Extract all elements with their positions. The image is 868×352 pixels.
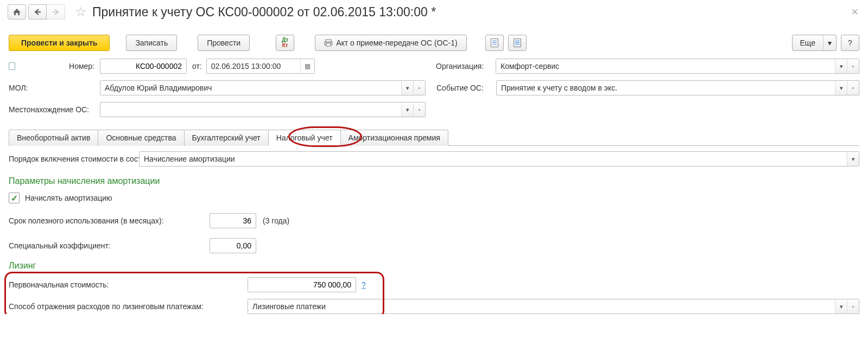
method-combo[interactable]: Лизинговые платежи ▾ ▫ <box>248 299 859 314</box>
main-toolbar: Провести и закрыть Записать Провести ДтК… <box>0 23 868 56</box>
org-combo[interactable]: Комфорт-сервис ▾ ▫ <box>496 59 859 74</box>
calendar-icon[interactable]: ▦ <box>300 59 314 73</box>
document-list-icon <box>514 39 521 47</box>
number-label: Номер: <box>21 62 100 71</box>
initial-cost-label: Первоначальная стоимость: <box>9 280 248 289</box>
open-icon[interactable]: ▫ <box>847 299 859 313</box>
doc-button-2[interactable] <box>508 35 527 51</box>
coeff-input[interactable] <box>210 238 256 253</box>
close-icon[interactable]: × <box>851 5 860 19</box>
event-label: Событие ОС: <box>436 84 496 92</box>
date-field[interactable]: 02.06.2015 13:00:00 ▦ <box>206 59 315 74</box>
dropdown-icon[interactable]: ▾ <box>401 103 413 117</box>
location-label: Местонахождение ОС: <box>9 105 100 114</box>
tab-fixed-assets[interactable]: Основные средства <box>98 130 184 146</box>
open-icon[interactable]: ▫ <box>413 81 425 95</box>
initial-cost-input[interactable] <box>248 277 356 292</box>
dropdown-icon[interactable]: ▾ <box>835 59 847 73</box>
method-label: Способ отражения расходов по лизинговым … <box>9 302 248 311</box>
org-label: Организация: <box>436 62 496 71</box>
location-combo[interactable]: ▾ ▫ <box>100 102 426 117</box>
header-bar: ☆ Принятие к учету ОС КС00-000002 от 02.… <box>0 0 868 23</box>
dropdown-icon[interactable]: ▾ <box>835 81 847 95</box>
dt-kt-button[interactable]: ДтКт <box>276 35 294 51</box>
charge-amort-label: Начислять амортизацию <box>25 194 112 202</box>
favorite-star-icon[interactable]: ☆ <box>75 4 87 20</box>
coeff-label: Специальный коэффициент: <box>9 241 210 250</box>
open-icon[interactable]: ▫ <box>847 81 859 95</box>
from-label: от: <box>187 62 206 71</box>
dropdown-icon[interactable]: ▾ <box>835 299 847 313</box>
back-button[interactable] <box>28 4 47 20</box>
tab-accounting[interactable]: Бухгалтерский учет <box>184 130 269 146</box>
form-header-area: Номер: от: 02.06.2015 13:00:00 ▦ Организ… <box>0 56 868 126</box>
charge-amort-checkbox[interactable]: ✓ <box>9 193 20 203</box>
document-small-icon <box>9 62 15 70</box>
tab-tax-accounting[interactable]: Налоговый учет <box>268 130 341 146</box>
tab-bar: Внеоборотный актив Основные средства Бух… <box>9 129 859 146</box>
mol-combo[interactable]: Абдулов Юрий Владимирович ▾ ▫ <box>100 80 426 95</box>
home-button[interactable] <box>8 4 26 20</box>
tab-amort-bonus[interactable]: Амортизационная премия <box>340 130 448 146</box>
open-icon[interactable]: ▫ <box>413 103 425 117</box>
open-icon[interactable]: ▫ <box>847 59 859 73</box>
amort-section-title: Параметры начисления амортизации <box>9 176 859 186</box>
useful-life-label: Срок полезного использования (в месяцах)… <box>9 216 210 225</box>
post-button[interactable]: Провести <box>198 35 250 51</box>
print-act-button[interactable]: Акт о приеме-передаче ОС (ОС-1) <box>315 35 467 51</box>
chevron-down-icon: ▾ <box>823 35 836 50</box>
event-combo[interactable]: Принятие к учету с вводом в экс. ▾ ▫ <box>496 80 859 95</box>
more-button[interactable]: Еще ▾ <box>792 35 837 51</box>
dropdown-icon[interactable]: ▾ <box>847 152 859 166</box>
svg-rect-2 <box>326 40 331 42</box>
help-link[interactable]: ? <box>362 280 366 289</box>
useful-life-input[interactable] <box>210 213 256 228</box>
dropdown-icon[interactable]: ▾ <box>401 81 413 95</box>
order-combo[interactable]: Начисление амортизации ▾ <box>139 151 859 167</box>
forward-button[interactable] <box>47 4 65 20</box>
post-and-close-button[interactable]: Провести и закрыть <box>9 35 110 51</box>
tab-noncurrent-asset[interactable]: Внеоборотный актив <box>9 130 98 146</box>
svg-rect-4 <box>326 43 331 46</box>
page-title: Принятие к учету ОС КС00-000002 от 02.06… <box>92 5 436 20</box>
help-button[interactable]: ? <box>841 35 859 51</box>
mol-label: МОЛ: <box>9 84 100 92</box>
leasing-section-title: Лизинг <box>9 261 859 271</box>
doc-button-1[interactable] <box>485 35 504 51</box>
printer-icon <box>324 39 333 47</box>
useful-life-years: (3 года) <box>263 216 289 225</box>
save-button[interactable]: Записать <box>126 35 177 51</box>
number-input[interactable] <box>100 59 187 74</box>
document-icon <box>491 39 498 47</box>
order-label: Порядок включения стоимости в состав рас… <box>9 154 139 164</box>
tab-content-tax: Порядок включения стоимости в состав рас… <box>9 146 859 314</box>
